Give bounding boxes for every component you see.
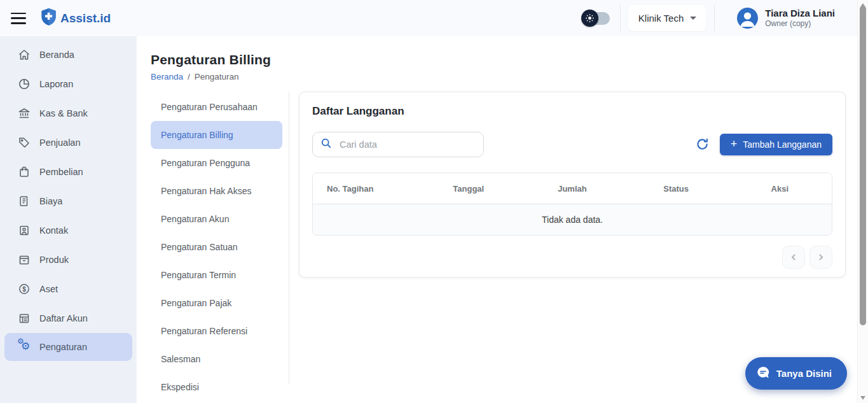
sidebar-item-produk[interactable]: Produk — [0, 245, 137, 274]
avatar — [737, 8, 758, 29]
shield-logo-icon — [40, 8, 57, 29]
user-name: Tiara Diza Liani — [765, 8, 835, 19]
sidebar-item-label: Penjualan — [39, 138, 81, 148]
search-icon — [320, 138, 332, 152]
sidebar-item-beranda[interactable]: Beranda — [0, 40, 137, 69]
sidebar-item-pembelian[interactable]: Pembelian — [0, 157, 137, 187]
submenu-item-salesman[interactable]: Salesman — [151, 345, 282, 373]
sidebar-item-kontak[interactable]: Kontak — [0, 216, 137, 245]
app-logo[interactable]: Assist.id — [40, 8, 111, 29]
submenu-item-pengaturan-pajak[interactable]: Pengaturan Pajak — [151, 289, 282, 317]
sidebar-item-label: Biaya — [39, 196, 62, 206]
chat-bubble-icon — [756, 365, 770, 381]
submenu-item-pengaturan-pengguna[interactable]: Pengaturan Pengguna — [151, 149, 282, 177]
contact-card-icon — [18, 224, 31, 237]
refresh-button[interactable] — [696, 138, 710, 152]
sidebar-item-penjualan[interactable]: Penjualan — [0, 128, 137, 157]
subscription-table: No. Tagihan Tanggal Jumlah Status Aksi T… — [312, 173, 832, 236]
submenu-item-pengaturan-satuan[interactable]: Pengaturan Satuan — [151, 233, 282, 261]
add-button-label: Tambah Langganan — [743, 139, 822, 150]
vertical-scrollbar[interactable] — [857, 0, 868, 403]
topbar-divider — [620, 5, 621, 31]
shopping-bag-icon — [18, 166, 31, 178]
breadcrumb-separator: / — [188, 72, 190, 81]
bank-icon — [18, 107, 31, 120]
sidebar: Beranda Laporan Kas & Bank Penjualan Pem… — [0, 36, 137, 403]
submenu-item-pengaturan-akun[interactable]: Pengaturan Akun — [151, 205, 282, 233]
tambah-langganan-button[interactable]: + Tambah Langganan — [720, 134, 832, 155]
breadcrumb-link-beranda[interactable]: Beranda — [151, 72, 183, 81]
tanya-disini-chat-button[interactable]: Tanya Disini — [745, 357, 847, 390]
sidebar-item-kas-bank[interactable]: Kas & Bank — [0, 99, 137, 128]
next-page-button[interactable] — [809, 246, 832, 269]
company-name: Klinik Tech — [638, 13, 684, 24]
column-header-tanggal: Tanggal — [417, 184, 520, 194]
svg-text:$: $ — [22, 286, 26, 293]
submenu-item-pengaturan-perusahaan[interactable]: Pengaturan Perusahaan — [151, 93, 282, 121]
dollar-circle-icon: $ — [18, 283, 31, 295]
card-title: Daftar Langganan — [312, 105, 832, 118]
user-role: Owner (copy) — [765, 19, 835, 29]
pagination — [312, 246, 832, 269]
sidebar-item-label: Beranda — [39, 50, 74, 60]
chevron-down-icon — [690, 17, 696, 20]
theme-toggle[interactable] — [581, 10, 610, 27]
sidebar-item-daftar-akun[interactable]: Daftar Akun — [0, 304, 137, 333]
submenu-item-pengaturan-termin[interactable]: Pengaturan Termin — [151, 261, 282, 289]
submenu-item-pengaturan-hak-akses[interactable]: Pengaturan Hak Akses — [151, 177, 282, 205]
receipt-icon — [18, 195, 31, 208]
sidebar-item-pengaturan[interactable]: ⚙⚙ Pengaturan — [4, 333, 132, 361]
submenu-item-ekspedisi[interactable]: Ekspedisi — [151, 373, 282, 401]
main-content: Pengaturan Billing Beranda / Pengaturan … — [137, 36, 857, 403]
scrollbar-thumb[interactable] — [860, 6, 866, 325]
sidebar-item-laporan[interactable]: Laporan — [0, 69, 137, 99]
sidebar-item-label: Laporan — [39, 79, 73, 89]
chat-button-label: Tanya Disini — [776, 368, 832, 379]
hamburger-menu-icon[interactable] — [11, 13, 26, 24]
sidebar-item-biaya[interactable]: Biaya — [0, 187, 137, 216]
sidebar-item-label: Pengaturan — [39, 342, 87, 352]
breadcrumb: Beranda / Pengaturan — [151, 72, 857, 81]
table-empty-state: Tidak ada data. — [313, 204, 832, 235]
sidebar-item-label: Produk — [39, 255, 69, 265]
search-input[interactable] — [340, 139, 476, 150]
page-title: Pengaturan Billing — [151, 52, 857, 67]
sidebar-item-label: Kas & Bank — [39, 108, 88, 118]
home-icon — [18, 48, 31, 61]
sidebar-item-label: Aset — [39, 284, 58, 294]
daftar-langganan-card: Daftar Langganan + Tambah Langganan — [299, 92, 846, 278]
sidebar-item-label: Pembelian — [39, 167, 83, 177]
scroll-down-arrow-icon[interactable] — [860, 396, 865, 400]
tag-icon — [18, 136, 31, 149]
submenu-item-pengaturan-billing[interactable]: Pengaturan Billing — [151, 121, 282, 149]
column-header-status: Status — [624, 184, 728, 194]
company-selector[interactable]: Klinik Tech — [628, 5, 706, 31]
pie-chart-icon — [18, 78, 31, 90]
column-header-no-tagihan: No. Tagihan — [313, 184, 417, 194]
plus-icon: + — [731, 138, 738, 150]
sun-icon — [581, 10, 598, 27]
topbar-divider — [714, 5, 715, 31]
logo-text: Assist.id — [60, 11, 111, 25]
settings-submenu: Pengaturan Perusahaan Pengaturan Billing… — [137, 92, 289, 385]
topbar: Assist.id Klinik Tech Tiara Diza Liani O… — [0, 0, 857, 36]
sidebar-item-aset[interactable]: $ Aset — [0, 274, 137, 304]
column-header-aksi: Aksi — [728, 184, 832, 194]
sidebar-item-label: Kontak — [39, 225, 68, 236]
sidebar-item-label: Daftar Akun — [39, 313, 88, 323]
column-header-jumlah: Jumlah — [520, 184, 624, 194]
submenu-item-pengaturan-referensi[interactable]: Pengaturan Referensi — [151, 317, 282, 345]
breadcrumb-current: Pengaturan — [195, 72, 239, 81]
account-list-icon — [18, 312, 31, 325]
user-menu[interactable]: Tiara Diza Liani Owner (copy) — [737, 8, 835, 29]
table-header-row: No. Tagihan Tanggal Jumlah Status Aksi — [313, 173, 832, 204]
search-box — [312, 132, 484, 157]
gears-icon: ⚙⚙ — [18, 341, 31, 353]
product-box-icon — [18, 253, 31, 266]
previous-page-button[interactable] — [782, 246, 805, 269]
